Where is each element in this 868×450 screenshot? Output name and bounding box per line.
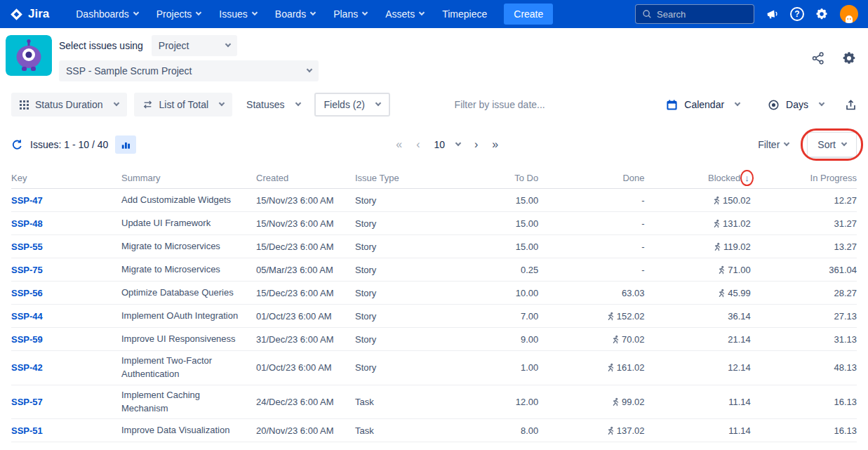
column-header-in-progress[interactable]: In Progress	[751, 173, 857, 183]
jira-logo[interactable]: Jira	[10, 7, 49, 21]
issue-key-link[interactable]: SSP-48	[11, 215, 121, 232]
export-icon	[845, 99, 857, 111]
blocked-value: 150.02	[645, 192, 751, 209]
search-icon	[642, 9, 652, 19]
nav-item-assets[interactable]: Assets	[385, 8, 424, 20]
issue-summary: Optimize Database Queries	[121, 283, 256, 303]
issue-key-link[interactable]: SSP-55	[11, 238, 121, 256]
done-value: 137.02	[538, 422, 644, 439]
gear-icon	[815, 8, 829, 21]
issue-key-link[interactable]: SSP-51	[11, 422, 121, 439]
blocked-value: 119.02	[645, 238, 751, 256]
chevron-down-icon	[252, 10, 258, 15]
chevron-down-icon	[113, 100, 119, 106]
share-button[interactable]	[811, 51, 825, 65]
column-header-summary[interactable]: Summary	[121, 173, 256, 183]
chevron-down-icon	[219, 100, 225, 106]
export-button[interactable]	[845, 99, 857, 111]
nav-item-projects[interactable]: Projects	[156, 8, 201, 20]
nav-item-plans[interactable]: Plans	[333, 8, 367, 20]
nav-item-boards[interactable]: Boards	[275, 8, 315, 20]
blocked-value: 36.14	[645, 307, 751, 325]
table-row: SSP-48 Update UI Framework 15/Nov/23 6:0…	[11, 212, 857, 235]
chevron-down-icon	[375, 100, 381, 106]
first-page-button[interactable]: «	[396, 138, 402, 151]
column-header-issue-type[interactable]: Issue Type	[355, 173, 432, 183]
search-input[interactable]	[657, 9, 747, 20]
chevron-down-icon	[735, 100, 740, 106]
blocked-value: 11.14	[645, 422, 751, 439]
chevron-down-icon	[455, 140, 461, 146]
column-header-todo[interactable]: To Do	[432, 173, 538, 183]
unit-dropdown[interactable]: Days	[761, 93, 831, 117]
issue-key-link[interactable]: SSP-44	[11, 307, 121, 325]
runner-icon	[716, 265, 726, 274]
next-page-button[interactable]: ›	[474, 138, 478, 151]
issue-summary: Implement Two-Factor Authentication	[121, 351, 256, 385]
issue-created: 15/Nov/23 6:00 AM	[256, 215, 355, 232]
issue-key-link[interactable]: SSP-57	[11, 393, 121, 411]
column-header-blocked[interactable]: Blocked ↓	[645, 173, 751, 183]
sort-dropdown[interactable]: Sort	[807, 132, 857, 157]
nav-item-timepiece[interactable]: Timepiece	[442, 8, 487, 20]
nav-item-dashboards[interactable]: Dashboards	[76, 8, 138, 20]
select-mode-dropdown[interactable]: Project	[152, 35, 237, 56]
calendar-dropdown[interactable]: Calendar	[659, 93, 747, 117]
help-button[interactable]: ?	[790, 7, 804, 21]
issue-type: Story	[355, 261, 432, 279]
runner-icon	[716, 289, 726, 298]
report-settings-button[interactable]	[842, 51, 857, 66]
inprogress-value: 361.04	[751, 261, 857, 279]
list-type-dropdown[interactable]: List of Total	[134, 93, 233, 117]
runner-icon	[606, 312, 615, 321]
issue-key-link[interactable]: SSP-59	[11, 331, 121, 348]
sort-descending-icon[interactable]: ↓	[745, 173, 749, 183]
issue-key-link[interactable]: SSP-56	[11, 284, 121, 302]
last-page-button[interactable]: »	[492, 138, 498, 151]
fields-dropdown[interactable]: Fields (2)	[314, 93, 390, 117]
prev-page-button[interactable]: ‹	[416, 138, 420, 151]
page-size-dropdown[interactable]: 10	[434, 139, 460, 150]
nav-search	[635, 4, 754, 24]
column-header-created[interactable]: Created	[256, 173, 355, 183]
column-header-key[interactable]: Key	[11, 173, 121, 183]
todo-value: 8.00	[432, 422, 538, 439]
done-value: 99.02	[538, 393, 644, 411]
issue-type: Task	[355, 422, 432, 439]
issue-key-link[interactable]: SSP-75	[11, 261, 121, 279]
report-type-dropdown[interactable]: Status Duration	[11, 93, 127, 117]
issue-type: Story	[355, 192, 432, 209]
issue-key-link[interactable]: SSP-42	[11, 359, 121, 376]
issue-summary: Migrate to Microservices	[121, 237, 256, 257]
toolbar-right: Calendar Days	[659, 93, 857, 117]
project-dropdown[interactable]: SSP - Sample Scrum Project	[59, 60, 319, 81]
chevron-down-icon	[819, 100, 824, 106]
done-value: -	[538, 261, 644, 279]
nav-item-issues[interactable]: Issues	[219, 8, 256, 20]
report-toolbar: Status Duration List of Total Statuses F…	[0, 90, 868, 124]
statuses-dropdown[interactable]: Statuses	[239, 93, 307, 117]
refresh-button[interactable]	[11, 139, 23, 151]
user-avatar[interactable]	[840, 5, 858, 23]
column-header-done[interactable]: Done	[538, 173, 644, 183]
date-filter-input[interactable]	[455, 99, 595, 110]
issue-summary: Implement Caching Mechanism	[121, 385, 256, 419]
done-value: -	[538, 192, 644, 209]
chart-view-button[interactable]	[115, 135, 136, 154]
calendar-icon	[666, 99, 678, 111]
create-button[interactable]: Create	[504, 4, 553, 25]
nav-settings-button[interactable]	[815, 8, 829, 21]
filter-dropdown[interactable]: Filter	[758, 139, 789, 150]
brand-text: Jira	[28, 7, 49, 21]
runner-icon	[610, 397, 620, 406]
blocked-value: 11.14	[645, 393, 751, 411]
issue-key-link[interactable]: SSP-47	[11, 192, 121, 209]
app-logo	[6, 35, 52, 76]
issues-table: Key Summary Created Issue Type To Do Don…	[0, 167, 868, 442]
issues-count-label: Issues: 1 - 10 / 40	[30, 139, 108, 150]
todo-value: 15.00	[432, 215, 538, 232]
chevron-down-icon	[307, 67, 312, 72]
announcements-button[interactable]	[766, 8, 779, 21]
chevron-down-icon	[419, 10, 425, 15]
blocked-value: 45.99	[645, 284, 751, 302]
